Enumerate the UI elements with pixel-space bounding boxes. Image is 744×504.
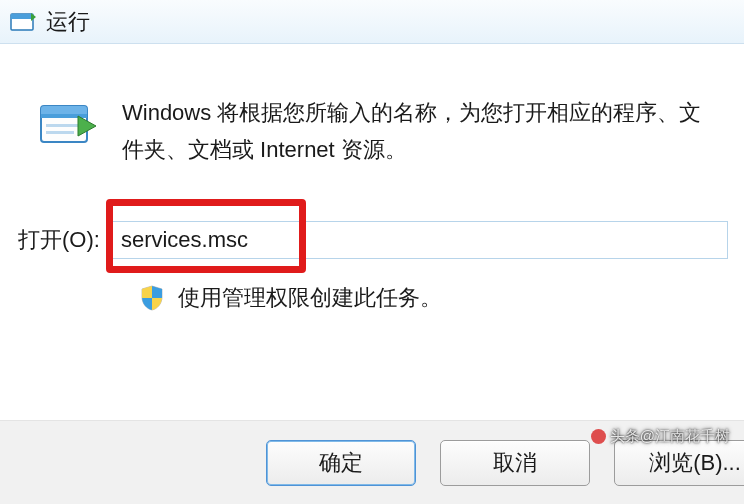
- open-row: 打开(O):: [0, 169, 744, 259]
- open-label: 打开(O):: [18, 225, 100, 255]
- watermark-text: 头条@江南花千树: [610, 427, 730, 446]
- watermark: 头条@江南花千树: [591, 427, 730, 446]
- svg-rect-6: [46, 131, 74, 134]
- browse-button[interactable]: 浏览(B)...: [614, 440, 744, 486]
- svg-rect-1: [11, 14, 33, 19]
- run-dialog: 运行 Windows 将根据您所输入的名称，为您打开相应的程序、文件夹、文档或 …: [0, 0, 744, 504]
- window-title: 运行: [46, 7, 90, 37]
- svg-rect-5: [46, 124, 82, 127]
- description-row: Windows 将根据您所输入的名称，为您打开相应的程序、文件夹、文档或 Int…: [0, 74, 744, 169]
- admin-note-text: 使用管理权限创建此任务。: [178, 283, 442, 313]
- cancel-button[interactable]: 取消: [440, 440, 590, 486]
- ok-button[interactable]: 确定: [266, 440, 416, 486]
- open-input[interactable]: [110, 221, 728, 259]
- titlebar[interactable]: 运行: [0, 0, 744, 44]
- description-text: Windows 将根据您所输入的名称，为您打开相应的程序、文件夹、文档或 Int…: [122, 94, 724, 169]
- run-icon: [10, 11, 36, 33]
- watermark-icon: [591, 429, 606, 444]
- run-program-icon: [38, 100, 98, 150]
- shield-icon: [140, 285, 164, 311]
- dialog-content: Windows 将根据您所输入的名称，为您打开相应的程序、文件夹、文档或 Int…: [0, 44, 744, 313]
- admin-note-row: 使用管理权限创建此任务。: [0, 259, 744, 313]
